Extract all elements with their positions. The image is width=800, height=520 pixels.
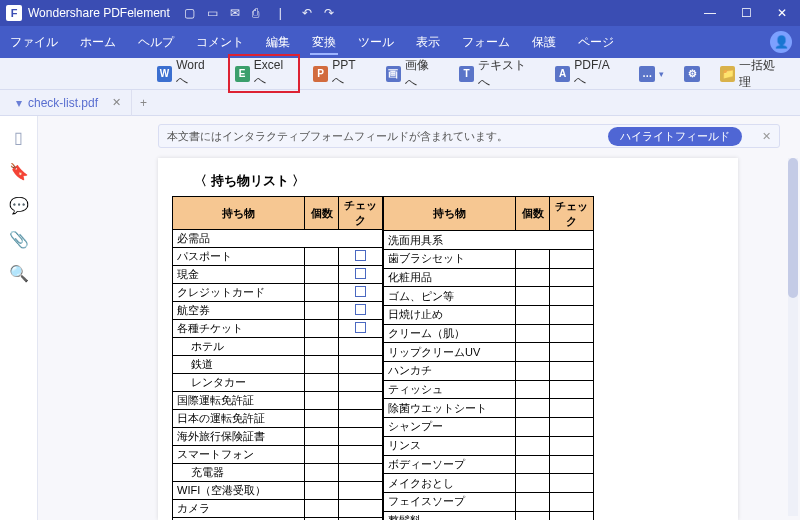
mail-icon[interactable]: ✉ bbox=[230, 6, 240, 20]
menu-item-5[interactable]: 変換 bbox=[310, 30, 338, 55]
open-icon[interactable]: ▭ bbox=[207, 6, 218, 20]
menu-item-7[interactable]: 表示 bbox=[414, 30, 442, 55]
count-cell[interactable] bbox=[305, 374, 339, 392]
ribbon-btn-7[interactable]: ⚙ bbox=[677, 62, 707, 86]
menu-item-1[interactable]: ホーム bbox=[78, 30, 118, 55]
check-cell[interactable] bbox=[339, 320, 383, 338]
user-avatar-icon[interactable]: 👤 bbox=[770, 31, 792, 53]
check-cell[interactable] bbox=[339, 446, 383, 464]
check-cell[interactable] bbox=[550, 474, 594, 493]
check-cell[interactable] bbox=[339, 338, 383, 356]
folder-icon[interactable]: ▢ bbox=[184, 6, 195, 20]
count-cell[interactable] bbox=[516, 455, 550, 474]
ribbon-PDF/Aへ[interactable]: APDF/Aへ bbox=[548, 54, 626, 93]
count-cell[interactable] bbox=[516, 343, 550, 362]
check-cell[interactable] bbox=[550, 436, 594, 455]
ribbon-テキストへ[interactable]: Tテキストへ bbox=[452, 53, 542, 95]
comments-icon[interactable]: 💬 bbox=[10, 196, 28, 214]
redo-icon[interactable]: ↷ bbox=[324, 6, 334, 20]
check-cell[interactable] bbox=[550, 492, 594, 511]
search-icon[interactable]: 🔍 bbox=[10, 264, 28, 282]
count-cell[interactable] bbox=[516, 380, 550, 399]
check-cell[interactable] bbox=[339, 464, 383, 482]
menu-item-3[interactable]: コメント bbox=[194, 30, 246, 55]
count-cell[interactable] bbox=[305, 446, 339, 464]
count-cell[interactable] bbox=[516, 268, 550, 287]
menu-item-2[interactable]: ヘルプ bbox=[136, 30, 176, 55]
checkbox-icon[interactable] bbox=[355, 322, 366, 333]
minimize-button[interactable]: — bbox=[692, 0, 728, 26]
menu-item-6[interactable]: ツール bbox=[356, 30, 396, 55]
menu-item-9[interactable]: 保護 bbox=[530, 30, 558, 55]
ribbon-画像へ[interactable]: 画画像へ bbox=[379, 53, 446, 95]
count-cell[interactable] bbox=[305, 356, 339, 374]
vertical-scrollbar[interactable] bbox=[788, 158, 798, 516]
check-cell[interactable] bbox=[550, 362, 594, 381]
ribbon-Wordへ[interactable]: WWordへ bbox=[150, 54, 222, 93]
thumbnails-icon[interactable]: ▯ bbox=[10, 128, 28, 146]
count-cell[interactable] bbox=[516, 362, 550, 381]
count-cell[interactable] bbox=[305, 464, 339, 482]
check-cell[interactable] bbox=[339, 410, 383, 428]
count-cell[interactable] bbox=[305, 284, 339, 302]
highlight-fields-button[interactable]: ハイライトフィールド bbox=[608, 127, 742, 146]
check-cell[interactable] bbox=[339, 392, 383, 410]
check-cell[interactable] bbox=[339, 482, 383, 500]
count-cell[interactable] bbox=[305, 266, 339, 284]
count-cell[interactable] bbox=[305, 302, 339, 320]
check-cell[interactable] bbox=[550, 343, 594, 362]
count-cell[interactable] bbox=[516, 511, 550, 520]
check-cell[interactable] bbox=[550, 287, 594, 306]
check-cell[interactable] bbox=[550, 399, 594, 418]
tab-close-icon[interactable]: ✕ bbox=[112, 96, 121, 109]
check-cell[interactable] bbox=[550, 306, 594, 325]
menu-item-0[interactable]: ファイル bbox=[8, 30, 60, 55]
menu-item-4[interactable]: 編集 bbox=[264, 30, 292, 55]
menu-item-10[interactable]: ページ bbox=[576, 30, 616, 55]
count-cell[interactable] bbox=[516, 324, 550, 343]
count-cell[interactable] bbox=[305, 482, 339, 500]
menu-item-8[interactable]: フォーム bbox=[460, 30, 512, 55]
checkbox-icon[interactable] bbox=[355, 250, 366, 261]
notice-close-icon[interactable]: ✕ bbox=[762, 130, 771, 143]
check-cell[interactable] bbox=[550, 324, 594, 343]
count-cell[interactable] bbox=[305, 410, 339, 428]
count-cell[interactable] bbox=[516, 492, 550, 511]
attachment-icon[interactable]: 📎 bbox=[10, 230, 28, 248]
ribbon-Excelへ[interactable]: EExcelへ bbox=[228, 54, 300, 93]
ribbon-一括処理[interactable]: 📁一括処理 bbox=[713, 53, 792, 95]
scrollbar-thumb[interactable] bbox=[788, 158, 798, 298]
count-cell[interactable] bbox=[516, 436, 550, 455]
check-cell[interactable] bbox=[339, 428, 383, 446]
count-cell[interactable] bbox=[516, 399, 550, 418]
maximize-button[interactable]: ☐ bbox=[728, 0, 764, 26]
checkbox-icon[interactable] bbox=[355, 286, 366, 297]
bookmark-icon[interactable]: 🔖 bbox=[10, 162, 28, 180]
check-cell[interactable] bbox=[550, 511, 594, 520]
check-cell[interactable] bbox=[339, 302, 383, 320]
check-cell[interactable] bbox=[339, 500, 383, 518]
print-icon[interactable]: ⎙ bbox=[252, 6, 259, 20]
count-cell[interactable] bbox=[305, 392, 339, 410]
check-cell[interactable] bbox=[550, 455, 594, 474]
ribbon-btn-6[interactable]: …▾ bbox=[632, 62, 671, 86]
check-cell[interactable] bbox=[550, 418, 594, 437]
count-cell[interactable] bbox=[305, 428, 339, 446]
count-cell[interactable] bbox=[305, 500, 339, 518]
count-cell[interactable] bbox=[516, 249, 550, 268]
document-tab[interactable]: ▾ check-list.pdf ✕ bbox=[6, 90, 132, 116]
ribbon-PPTへ[interactable]: PPPTへ bbox=[306, 54, 373, 93]
tab-add-button[interactable]: + bbox=[132, 96, 155, 110]
check-cell[interactable] bbox=[339, 284, 383, 302]
count-cell[interactable] bbox=[516, 287, 550, 306]
undo-icon[interactable]: ↶ bbox=[302, 6, 312, 20]
checkbox-icon[interactable] bbox=[355, 304, 366, 315]
count-cell[interactable] bbox=[516, 306, 550, 325]
checkbox-icon[interactable] bbox=[355, 268, 366, 279]
check-cell[interactable] bbox=[339, 356, 383, 374]
check-cell[interactable] bbox=[339, 248, 383, 266]
check-cell[interactable] bbox=[550, 249, 594, 268]
check-cell[interactable] bbox=[550, 268, 594, 287]
check-cell[interactable] bbox=[339, 374, 383, 392]
close-button[interactable]: ✕ bbox=[764, 0, 800, 26]
